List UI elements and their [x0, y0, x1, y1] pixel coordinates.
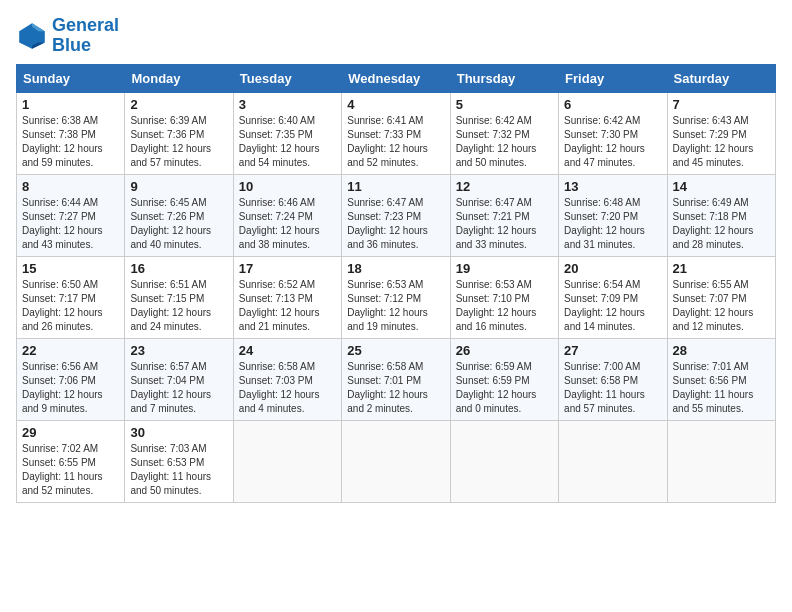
day-info: Sunrise: 6:53 AM Sunset: 7:10 PM Dayligh… [456, 278, 553, 334]
day-number: 4 [347, 97, 444, 112]
day-info: Sunrise: 6:47 AM Sunset: 7:21 PM Dayligh… [456, 196, 553, 252]
calendar-cell: 21Sunrise: 6:55 AM Sunset: 7:07 PM Dayli… [667, 256, 775, 338]
calendar-week-4: 22Sunrise: 6:56 AM Sunset: 7:06 PM Dayli… [17, 338, 776, 420]
day-number: 2 [130, 97, 227, 112]
calendar-cell [667, 420, 775, 502]
calendar-cell: 19Sunrise: 6:53 AM Sunset: 7:10 PM Dayli… [450, 256, 558, 338]
calendar-header: SundayMondayTuesdayWednesdayThursdayFrid… [17, 64, 776, 92]
weekday-header-saturday: Saturday [667, 64, 775, 92]
day-number: 28 [673, 343, 770, 358]
day-info: Sunrise: 6:52 AM Sunset: 7:13 PM Dayligh… [239, 278, 336, 334]
day-info: Sunrise: 6:40 AM Sunset: 7:35 PM Dayligh… [239, 114, 336, 170]
calendar-cell [450, 420, 558, 502]
day-number: 1 [22, 97, 119, 112]
day-info: Sunrise: 7:00 AM Sunset: 6:58 PM Dayligh… [564, 360, 661, 416]
calendar-table: SundayMondayTuesdayWednesdayThursdayFrid… [16, 64, 776, 503]
logo-icon [16, 20, 48, 52]
calendar-cell: 15Sunrise: 6:50 AM Sunset: 7:17 PM Dayli… [17, 256, 125, 338]
day-number: 21 [673, 261, 770, 276]
day-info: Sunrise: 6:41 AM Sunset: 7:33 PM Dayligh… [347, 114, 444, 170]
day-info: Sunrise: 6:42 AM Sunset: 7:32 PM Dayligh… [456, 114, 553, 170]
calendar-cell: 22Sunrise: 6:56 AM Sunset: 7:06 PM Dayli… [17, 338, 125, 420]
day-info: Sunrise: 6:47 AM Sunset: 7:23 PM Dayligh… [347, 196, 444, 252]
calendar-cell: 29Sunrise: 7:02 AM Sunset: 6:55 PM Dayli… [17, 420, 125, 502]
day-info: Sunrise: 6:55 AM Sunset: 7:07 PM Dayligh… [673, 278, 770, 334]
calendar-cell: 25Sunrise: 6:58 AM Sunset: 7:01 PM Dayli… [342, 338, 450, 420]
calendar-cell: 28Sunrise: 7:01 AM Sunset: 6:56 PM Dayli… [667, 338, 775, 420]
day-info: Sunrise: 6:38 AM Sunset: 7:38 PM Dayligh… [22, 114, 119, 170]
weekday-header-tuesday: Tuesday [233, 64, 341, 92]
day-info: Sunrise: 6:59 AM Sunset: 6:59 PM Dayligh… [456, 360, 553, 416]
calendar-body: 1Sunrise: 6:38 AM Sunset: 7:38 PM Daylig… [17, 92, 776, 502]
logo-text: General Blue [52, 16, 119, 56]
calendar-week-3: 15Sunrise: 6:50 AM Sunset: 7:17 PM Dayli… [17, 256, 776, 338]
day-number: 11 [347, 179, 444, 194]
day-info: Sunrise: 6:57 AM Sunset: 7:04 PM Dayligh… [130, 360, 227, 416]
weekday-header-sunday: Sunday [17, 64, 125, 92]
day-info: Sunrise: 6:45 AM Sunset: 7:26 PM Dayligh… [130, 196, 227, 252]
day-info: Sunrise: 7:02 AM Sunset: 6:55 PM Dayligh… [22, 442, 119, 498]
day-info: Sunrise: 6:53 AM Sunset: 7:12 PM Dayligh… [347, 278, 444, 334]
day-number: 10 [239, 179, 336, 194]
calendar-cell: 11Sunrise: 6:47 AM Sunset: 7:23 PM Dayli… [342, 174, 450, 256]
calendar-cell: 3Sunrise: 6:40 AM Sunset: 7:35 PM Daylig… [233, 92, 341, 174]
day-number: 12 [456, 179, 553, 194]
day-number: 30 [130, 425, 227, 440]
day-info: Sunrise: 6:58 AM Sunset: 7:03 PM Dayligh… [239, 360, 336, 416]
day-number: 16 [130, 261, 227, 276]
calendar-cell: 24Sunrise: 6:58 AM Sunset: 7:03 PM Dayli… [233, 338, 341, 420]
day-info: Sunrise: 6:46 AM Sunset: 7:24 PM Dayligh… [239, 196, 336, 252]
calendar-cell: 23Sunrise: 6:57 AM Sunset: 7:04 PM Dayli… [125, 338, 233, 420]
day-info: Sunrise: 6:39 AM Sunset: 7:36 PM Dayligh… [130, 114, 227, 170]
calendar-cell: 20Sunrise: 6:54 AM Sunset: 7:09 PM Dayli… [559, 256, 667, 338]
day-number: 18 [347, 261, 444, 276]
day-number: 26 [456, 343, 553, 358]
calendar-cell: 2Sunrise: 6:39 AM Sunset: 7:36 PM Daylig… [125, 92, 233, 174]
day-number: 3 [239, 97, 336, 112]
weekday-header-wednesday: Wednesday [342, 64, 450, 92]
day-info: Sunrise: 6:42 AM Sunset: 7:30 PM Dayligh… [564, 114, 661, 170]
calendar-cell: 6Sunrise: 6:42 AM Sunset: 7:30 PM Daylig… [559, 92, 667, 174]
day-number: 13 [564, 179, 661, 194]
day-number: 27 [564, 343, 661, 358]
calendar-cell: 9Sunrise: 6:45 AM Sunset: 7:26 PM Daylig… [125, 174, 233, 256]
calendar-cell: 30Sunrise: 7:03 AM Sunset: 6:53 PM Dayli… [125, 420, 233, 502]
calendar-cell: 5Sunrise: 6:42 AM Sunset: 7:32 PM Daylig… [450, 92, 558, 174]
day-number: 14 [673, 179, 770, 194]
day-number: 22 [22, 343, 119, 358]
calendar-cell: 27Sunrise: 7:00 AM Sunset: 6:58 PM Dayli… [559, 338, 667, 420]
calendar-cell: 13Sunrise: 6:48 AM Sunset: 7:20 PM Dayli… [559, 174, 667, 256]
day-info: Sunrise: 6:44 AM Sunset: 7:27 PM Dayligh… [22, 196, 119, 252]
day-number: 25 [347, 343, 444, 358]
calendar-cell: 1Sunrise: 6:38 AM Sunset: 7:38 PM Daylig… [17, 92, 125, 174]
day-number: 6 [564, 97, 661, 112]
day-number: 20 [564, 261, 661, 276]
calendar-cell: 7Sunrise: 6:43 AM Sunset: 7:29 PM Daylig… [667, 92, 775, 174]
day-number: 5 [456, 97, 553, 112]
weekday-header-monday: Monday [125, 64, 233, 92]
calendar-cell: 12Sunrise: 6:47 AM Sunset: 7:21 PM Dayli… [450, 174, 558, 256]
day-number: 19 [456, 261, 553, 276]
calendar-cell: 26Sunrise: 6:59 AM Sunset: 6:59 PM Dayli… [450, 338, 558, 420]
logo: General Blue [16, 16, 119, 56]
calendar-cell: 16Sunrise: 6:51 AM Sunset: 7:15 PM Dayli… [125, 256, 233, 338]
day-info: Sunrise: 6:43 AM Sunset: 7:29 PM Dayligh… [673, 114, 770, 170]
calendar-cell: 8Sunrise: 6:44 AM Sunset: 7:27 PM Daylig… [17, 174, 125, 256]
day-number: 9 [130, 179, 227, 194]
svg-marker-0 [19, 23, 45, 49]
day-info: Sunrise: 7:01 AM Sunset: 6:56 PM Dayligh… [673, 360, 770, 416]
day-number: 23 [130, 343, 227, 358]
day-number: 29 [22, 425, 119, 440]
day-number: 24 [239, 343, 336, 358]
day-number: 8 [22, 179, 119, 194]
day-info: Sunrise: 6:58 AM Sunset: 7:01 PM Dayligh… [347, 360, 444, 416]
calendar-cell: 10Sunrise: 6:46 AM Sunset: 7:24 PM Dayli… [233, 174, 341, 256]
calendar-cell [233, 420, 341, 502]
weekday-header-friday: Friday [559, 64, 667, 92]
day-info: Sunrise: 6:50 AM Sunset: 7:17 PM Dayligh… [22, 278, 119, 334]
calendar-week-2: 8Sunrise: 6:44 AM Sunset: 7:27 PM Daylig… [17, 174, 776, 256]
page-header: General Blue [16, 16, 776, 56]
day-info: Sunrise: 6:51 AM Sunset: 7:15 PM Dayligh… [130, 278, 227, 334]
day-info: Sunrise: 7:03 AM Sunset: 6:53 PM Dayligh… [130, 442, 227, 498]
calendar-week-5: 29Sunrise: 7:02 AM Sunset: 6:55 PM Dayli… [17, 420, 776, 502]
